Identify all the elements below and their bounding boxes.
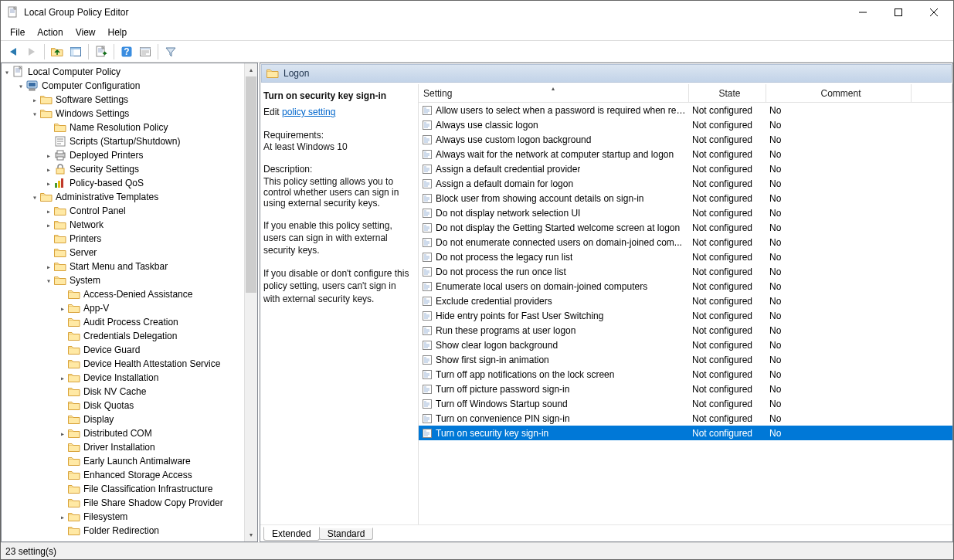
- tree-twisty-icon[interactable]: [43, 151, 54, 160]
- tree-twisty-icon[interactable]: [43, 277, 54, 285]
- scroll-up-icon[interactable]: ▴: [245, 63, 257, 76]
- policy-row[interactable]: Do not process the run once listNot conf…: [419, 264, 952, 279]
- up-button[interactable]: [49, 43, 66, 60]
- tree-item[interactable]: Start Menu and Taskbar: [2, 260, 257, 273]
- policy-row[interactable]: Show clear logon backgroundNot configure…: [419, 338, 952, 352]
- tree-item[interactable]: Software Settings: [2, 93, 257, 107]
- tree-twisty-icon[interactable]: [2, 68, 12, 76]
- policy-row[interactable]: Turn on security key sign-inNot configur…: [419, 426, 952, 440]
- menu-help[interactable]: Help: [102, 25, 134, 39]
- tree-item[interactable]: Printers: [2, 232, 257, 246]
- policy-row[interactable]: Turn off app notifications on the lock s…: [419, 367, 952, 382]
- column-setting[interactable]: Setting ▴: [419, 84, 689, 102]
- tree-twisty-icon[interactable]: [57, 304, 68, 313]
- tree-item[interactable]: Policy-based QoS: [2, 176, 257, 190]
- policy-row[interactable]: Block user from showing account details …: [419, 191, 952, 205]
- tree-twisty-icon[interactable]: [57, 513, 68, 521]
- policy-row[interactable]: Do not enumerate connected users on doma…: [419, 235, 952, 249]
- maximize-button[interactable]: [881, 1, 916, 24]
- tab-standard[interactable]: Standard: [319, 528, 374, 540]
- tree-item[interactable]: Distributed COM: [2, 426, 257, 440]
- tree-item[interactable]: System: [2, 273, 257, 287]
- properties-button[interactable]: [137, 43, 154, 60]
- export-button[interactable]: [93, 43, 110, 60]
- tree-twisty-icon[interactable]: [29, 96, 40, 104]
- column-state[interactable]: State: [689, 84, 766, 102]
- tree-item[interactable]: Early Launch Antimalware: [2, 454, 257, 468]
- tree-twisty-icon[interactable]: [43, 263, 54, 271]
- tree-item[interactable]: Device Installation: [2, 371, 257, 385]
- tree-item[interactable]: Enhanced Storage Access: [2, 468, 257, 482]
- filter-button[interactable]: [162, 43, 179, 60]
- policy-row[interactable]: Turn off Windows Startup soundNot config…: [419, 396, 952, 411]
- menu-action[interactable]: Action: [31, 25, 69, 39]
- close-button[interactable]: [916, 1, 952, 24]
- tree-item[interactable]: File Classification Infrastructure: [2, 482, 257, 496]
- tree-view[interactable]: Local Computer PolicyComputer Configurat…: [2, 63, 257, 541]
- tree-item[interactable]: Security Settings: [2, 162, 257, 176]
- tree-twisty-icon[interactable]: [57, 374, 68, 382]
- show-hide-tree-button[interactable]: [67, 43, 84, 60]
- tree-item[interactable]: Administrative Templates: [2, 190, 257, 204]
- column-comment[interactable]: Comment: [766, 84, 912, 102]
- tree-item[interactable]: Filesystem: [2, 510, 257, 524]
- tree-item[interactable]: Display: [2, 412, 257, 426]
- scroll-down-icon[interactable]: ▾: [245, 528, 257, 541]
- policy-row[interactable]: Always use classic logonNot configuredNo: [419, 117, 952, 132]
- tree-item[interactable]: Device Health Attestation Service: [2, 357, 257, 371]
- tree-twisty-icon[interactable]: [29, 193, 40, 202]
- menu-file[interactable]: File: [4, 25, 31, 39]
- scrollbar[interactable]: ▴ ▾: [244, 63, 257, 541]
- tree-item[interactable]: File Share Shadow Copy Provider: [2, 496, 257, 510]
- policy-row[interactable]: Do not display network selection UINot c…: [419, 205, 952, 220]
- tree-twisty-icon[interactable]: [43, 207, 54, 216]
- back-button[interactable]: [5, 43, 22, 60]
- tree-twisty-icon[interactable]: [43, 221, 54, 229]
- policy-row[interactable]: Enumerate local users on domain-joined c…: [419, 279, 952, 294]
- tree-item[interactable]: Name Resolution Policy: [2, 120, 257, 134]
- tree-item[interactable]: Disk NV Cache: [2, 385, 257, 399]
- policy-row[interactable]: Assign a default credential providerNot …: [419, 161, 952, 176]
- policy-row[interactable]: Show first sign-in animationNot configur…: [419, 352, 952, 367]
- policy-row[interactable]: Run these programs at user logonNot conf…: [419, 323, 952, 338]
- tree-twisty-icon[interactable]: [57, 429, 68, 438]
- policy-row[interactable]: Hide entry points for Fast User Switchin…: [419, 308, 952, 323]
- tab-extended[interactable]: Extended: [263, 527, 320, 541]
- tree-item[interactable]: Credentials Delegation: [2, 329, 257, 343]
- policy-row[interactable]: Turn on convenience PIN sign-inNot confi…: [419, 411, 952, 426]
- help-button[interactable]: ?: [118, 43, 135, 60]
- scrollbar-thumb[interactable]: [246, 76, 256, 293]
- policy-row[interactable]: Always wait for the network at computer …: [419, 147, 952, 161]
- forward-button[interactable]: [23, 43, 40, 60]
- policy-row[interactable]: Do not display the Getting Started welco…: [419, 220, 952, 235]
- tree-item[interactable]: Network: [2, 218, 257, 232]
- tree-twisty-icon[interactable]: [43, 165, 54, 174]
- tree-item[interactable]: App-V: [2, 301, 257, 315]
- edit-policy-link[interactable]: policy setting: [282, 107, 335, 117]
- policy-row[interactable]: Turn off picture password sign-inNot con…: [419, 382, 952, 396]
- tree-twisty-icon[interactable]: [29, 110, 40, 118]
- menu-view[interactable]: View: [70, 25, 102, 39]
- tree-item[interactable]: Deployed Printers: [2, 148, 257, 162]
- tree-twisty-icon[interactable]: [15, 82, 26, 90]
- tree-item[interactable]: Local Computer Policy: [2, 65, 257, 79]
- minimize-button[interactable]: [845, 1, 881, 24]
- tree-item[interactable]: Disk Quotas: [2, 399, 257, 412]
- tree-twisty-icon[interactable]: [43, 179, 54, 188]
- policy-row[interactable]: Allow users to select when a password is…: [419, 103, 952, 117]
- tree-item[interactable]: Windows Settings: [2, 107, 257, 120]
- policy-row[interactable]: Always use custom logon backgroundNot co…: [419, 132, 952, 147]
- policy-row[interactable]: Do not process the legacy run listNot co…: [419, 249, 952, 264]
- tree-item[interactable]: Server: [2, 246, 257, 260]
- tree-item[interactable]: Device Guard: [2, 343, 257, 357]
- tree-item[interactable]: Driver Installation: [2, 440, 257, 454]
- tree-item[interactable]: Access-Denied Assistance: [2, 287, 257, 301]
- tree-item[interactable]: Computer Configuration: [2, 79, 257, 93]
- tree-item[interactable]: Control Panel: [2, 204, 257, 218]
- policy-row[interactable]: Exclude credential providersNot configur…: [419, 294, 952, 308]
- tree-item[interactable]: Scripts (Startup/Shutdown): [2, 134, 257, 148]
- policy-row[interactable]: Assign a default domain for logonNot con…: [419, 176, 952, 191]
- tree-item[interactable]: Folder Redirection: [2, 524, 257, 538]
- tree-item[interactable]: Audit Process Creation: [2, 315, 257, 329]
- list-body[interactable]: Allow users to select when a password is…: [419, 103, 952, 524]
